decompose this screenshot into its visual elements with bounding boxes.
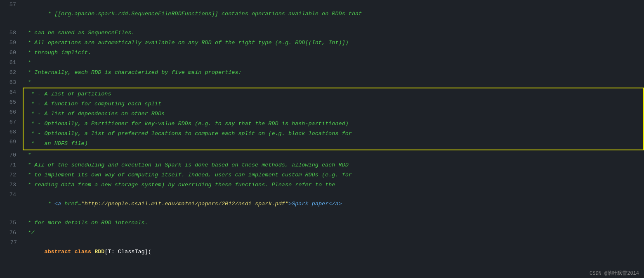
code-line-77: ● 77 abstract class RDD[T: ClassTag]( — [0, 238, 644, 266]
link-text-74: Spark paper — [292, 201, 328, 207]
box-line-content-65: * - A function for computing each split — [26, 100, 640, 109]
code-line-73: 73 * reading data from a new storage sys… — [0, 180, 644, 190]
code-line-60: 60 * through implicit. — [0, 48, 644, 58]
comment-suffix-57: ]] contains operations available on RDDs… — [212, 11, 362, 17]
line-number-row-67: 67 — [0, 117, 23, 127]
line-number-63: 63 — [0, 78, 23, 87]
line-content-62: * Internally, each RDD is characterized … — [23, 68, 644, 77]
keyword-abstract: abstract — [45, 249, 71, 255]
yellow-highlight-box: * - A list of partitions * - A function … — [23, 88, 644, 150]
line-content-61: * — [23, 58, 644, 67]
line-content-63: * — [23, 78, 644, 87]
link-tag-close-74: > — [288, 201, 292, 207]
line-content-60: * through implicit. — [23, 48, 644, 57]
line-number-area-77: ● 77 — [0, 238, 23, 247]
code-line-63: 63 * — [0, 78, 644, 88]
highlighted-line-65: * - A function for computing each split — [26, 99, 640, 109]
line-content-72: * to implement its own way of computing … — [23, 171, 644, 180]
code-line-61: 61 * — [0, 58, 644, 68]
line-content-71: * All of the scheduling and execution in… — [23, 161, 644, 170]
line-number-69: 69 — [0, 138, 23, 147]
line-number-73: 73 — [0, 181, 23, 190]
line-number-row-66: 66 — [0, 107, 23, 117]
line-content-77: abstract class RDD[T: ClassTag]( — [23, 238, 644, 266]
line-number-58: 58 — [0, 29, 23, 38]
line-number-65: 65 — [0, 98, 23, 107]
line-number-74: 74 — [0, 190, 23, 200]
comment-74-url: "http://people.csail.mit.edu/matei/paper… — [81, 201, 288, 207]
space-77a — [71, 249, 74, 255]
code-line-72: 72 * to implement its own way of computi… — [0, 170, 644, 180]
line-number-61: 61 — [0, 58, 23, 67]
box-line-content-67: * - Optionally, a Partitioner for key-va… — [26, 119, 640, 128]
class-link-57: SequenceFileRDDFunctions — [131, 11, 211, 17]
line-number-57: 57 — [0, 0, 23, 10]
class-name-rdd: RDD — [94, 249, 104, 255]
line-content-75: * for more details on RDD internals. — [23, 219, 644, 228]
line-number-66: 66 — [0, 108, 23, 117]
line-number-70: 70 — [0, 151, 23, 160]
line-content-74: * <a href="http://people.csail.mit.edu/m… — [23, 190, 644, 218]
highlighted-line-64: * - A list of partitions — [26, 89, 640, 99]
watermark: CSDN @落叶飘雪2014 — [585, 268, 644, 278]
highlight-line-numbers: 64 65 66 67 68 69 — [0, 88, 23, 150]
code-line-58: 58 * can be saved as SequenceFiles. — [0, 28, 644, 38]
line-number-64: 64 — [0, 88, 23, 97]
box-line-content-69: * an HDFS file) — [26, 139, 640, 148]
code-line-57: 57 * [[org.apache.spark.rdd.SequenceFile… — [0, 0, 644, 28]
code-line-76: 76 */ — [0, 228, 644, 238]
line-content-57: * [[org.apache.spark.rdd.SequenceFileRDD… — [23, 0, 644, 28]
line-number-row-64: 64 — [0, 88, 23, 97]
line-number-72: 72 — [0, 171, 23, 180]
highlighted-line-68: * - Optionally, a list of preferred loca… — [26, 129, 640, 139]
keyword-class: class — [75, 249, 92, 255]
line-number-59: 59 — [0, 38, 23, 48]
highlighted-line-69: * an HDFS file) — [26, 139, 640, 149]
line-content-76: */ — [23, 228, 644, 238]
box-line-content-66: * - A list of dependencies on other RDDs — [26, 109, 640, 119]
comment-prefix-57: * [[org.apache.spark.rdd. — [45, 11, 132, 17]
line-number-75: 75 — [0, 219, 23, 228]
line-content-59: * All operations are automatically avail… — [23, 38, 644, 48]
comment-74-href: href= — [61, 201, 81, 207]
comment-74-prefix: * — [45, 201, 54, 207]
line-number-row-68: 68 — [0, 127, 23, 137]
line-number-row-69: 69 — [0, 137, 23, 147]
code-line-71: 71 * All of the scheduling and execution… — [0, 160, 644, 170]
code-line-59: 59 * All operations are automatically av… — [0, 38, 644, 48]
line-number-68: 68 — [0, 128, 23, 137]
line-number-60: 60 — [0, 48, 23, 57]
box-line-content-68: * - Optionally, a list of preferred loca… — [26, 129, 640, 138]
line-content-70: * — [23, 151, 644, 160]
code-line-62: 62 * Internally, each RDD is characteriz… — [0, 68, 644, 78]
code-line-75: 75 * for more details on RDD internals. — [0, 218, 644, 228]
link-end-tag-74: </a> — [328, 201, 342, 207]
line-number-71: 71 — [0, 161, 23, 170]
highlighted-line-67: * - Optionally, a Partitioner for key-va… — [26, 119, 640, 129]
line-number-62: 62 — [0, 68, 23, 77]
line-content-73: * reading data from a new storage system… — [23, 181, 644, 190]
box-line-content-64: * - A list of partitions — [26, 90, 640, 99]
highlighted-line-66: * - A list of dependencies on other RDDs — [26, 109, 640, 119]
type-param-77: [T: ClassTag]( — [104, 249, 151, 255]
space-77b — [91, 249, 94, 255]
line-number-77: 77 — [0, 238, 19, 247]
highlight-block: 64 65 66 67 68 69 * - A list of partitio… — [0, 88, 644, 150]
line-number-76: 76 — [0, 228, 23, 238]
line-number-row-65: 65 — [0, 97, 23, 107]
line-number-67: 67 — [0, 118, 23, 127]
link-tag-open-74: <a — [54, 201, 61, 207]
line-content-58: * can be saved as SequenceFiles. — [23, 29, 644, 38]
code-editor: 57 * [[org.apache.spark.rdd.SequenceFile… — [0, 0, 644, 278]
code-line-74: 74 * <a href="http://people.csail.mit.ed… — [0, 190, 644, 218]
code-line-70: 70 * — [0, 150, 644, 160]
